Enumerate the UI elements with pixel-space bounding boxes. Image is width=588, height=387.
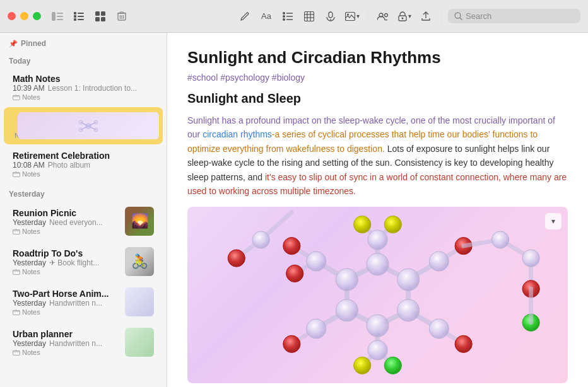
note-thumbnail-sunlight [18,112,159,139]
svg-rect-26 [305,11,314,21]
lock-icon[interactable]: ▾ [396,8,413,25]
note-meta: Yesterday Handwritten n... [13,299,120,308]
delete-icon[interactable] [114,9,129,24]
note-meta: Yesterday ✈ Book flight... [13,258,120,267]
titlebar: Aa [0,0,588,33]
svg-rect-0 [52,12,56,21]
note-body-paragraph: Sunlight has a profound impact on the sl… [187,113,568,198]
collaborate-icon[interactable] [374,8,392,25]
svg-point-96 [384,216,401,233]
svg-point-87 [429,319,449,338]
yesterday-header: Yesterday [0,183,167,201]
note-item-horse[interactable]: Two-Part Horse Anim... Yesterday Handwri… [4,282,163,321]
note-folder: Notes [13,308,120,316]
separator-2 [441,10,442,23]
note-folder: Notes [13,268,120,275]
svg-point-90 [283,238,300,255]
note-folder: Notes [13,93,154,101]
note-text-retirement: Retirement Celebration 10:08 AM Photo al… [13,151,154,178]
content-area: Sunlight and Circadian Rhythms #school #… [167,33,588,387]
font-icon[interactable]: Aa [257,8,275,25]
svg-point-78 [336,269,358,291]
note-main-title: Sunlight and Circadian Rhythms [187,48,568,67]
svg-point-80 [397,269,420,291]
list-view-icon[interactable] [71,9,86,24]
note-item-roadtrip[interactable]: Roadtrip To Do's Yesterday ✈ Book flight… [4,242,163,281]
sidebar: 📌 Pinned Today Math Notes 10:39 AM Lesso… [0,33,167,387]
checklist-icon[interactable] [279,8,297,25]
svg-point-88 [368,340,387,360]
svg-point-94 [283,336,300,353]
svg-point-22 [283,15,285,18]
note-item-reunion[interactable]: Reunion Picnic Yesterday Need everyon...… [4,202,163,241]
svg-point-34 [347,13,349,15]
note-item-urban[interactable]: Urban planner Yesterday Handwritten n...… [4,323,163,362]
expand-chevron[interactable]: ▾ [545,213,562,229]
search-input[interactable] [466,11,573,21]
tags-line: #school #psychology #biology [187,72,568,83]
svg-rect-8 [74,18,76,21]
today-header: Today [0,50,167,68]
search-bar[interactable] [448,9,580,23]
note-text-roadtrip: Roadtrip To Do's Yesterday ✈ Book flight… [13,248,120,275]
svg-rect-5 [78,13,84,14]
svg-point-39 [455,13,461,18]
sidebar-toggle-icon[interactable] [50,9,65,24]
compose-icon[interactable] [236,8,254,25]
table-icon[interactable] [300,8,318,25]
svg-point-36 [385,13,388,16]
svg-point-107 [252,231,269,248]
content-body[interactable]: Sunlight and Circadian Rhythms #school #… [167,33,588,387]
grid-view-icon[interactable] [93,9,108,24]
molecule-svg [187,210,568,380]
pinned-header: 📌 Pinned [0,33,167,50]
maximize-button[interactable] [33,12,41,20]
main-layout: 📌 Pinned Today Math Notes 10:39 AM Lesso… [0,33,588,387]
note-title: Retirement Celebration [13,151,154,161]
svg-point-93 [455,336,472,353]
pin-icon: 📌 [9,40,18,48]
audio-icon[interactable] [322,8,339,25]
svg-point-97 [354,357,371,374]
note-thumbnail-reunion: 🌄 [125,207,154,236]
note-meta: 10:08 AM Photo album [13,161,154,170]
titlebar-right-icons: Aa [236,8,580,25]
svg-rect-12 [95,17,100,21]
search-icon [454,12,462,20]
note-title: Roadtrip To Do's [13,248,120,258]
svg-point-24 [283,18,285,21]
titlebar-left-icons [50,9,129,24]
note-title: Math Notes [13,74,154,84]
note-title: Two-Part Horse Anim... [13,289,120,299]
note-thumbnail-horse [125,287,154,316]
svg-point-102 [491,231,509,248]
svg-rect-31 [329,12,332,18]
svg-point-85 [368,230,387,250]
svg-point-82 [367,315,389,337]
note-item-retirement[interactable]: Retirement Celebration 10:08 AM Photo al… [4,146,163,183]
svg-point-20 [283,12,285,14]
note-text-math: Math Notes 10:39 AM Lesson 1: Introducti… [13,74,154,101]
window-controls [8,12,41,20]
separator-1 [367,10,368,23]
svg-rect-4 [74,12,76,14]
note-folder: Notes [13,349,120,356]
close-button[interactable] [8,12,16,20]
svg-point-98 [384,357,401,374]
note-meta: 10:39 AM Lesson 1: Introduction to... [13,84,154,93]
svg-rect-3 [57,19,63,20]
svg-rect-13 [101,17,105,21]
svg-rect-1 [57,13,63,14]
media-icon[interactable]: ▾ [343,8,361,25]
svg-point-86 [429,251,449,271]
svg-rect-7 [78,16,84,17]
svg-rect-10 [95,11,100,16]
svg-point-103 [522,250,539,267]
svg-point-79 [367,253,389,275]
note-item-sunlight[interactable]: Sunlight and Circulia... 10:35 AM #schoo… [4,107,163,144]
share-icon[interactable] [417,8,435,25]
note-thumbnail-roadtrip: 🚴 [125,247,154,276]
svg-rect-9 [78,19,84,20]
note-item-math-notes[interactable]: Math Notes 10:39 AM Lesson 1: Introducti… [4,69,163,106]
minimize-button[interactable] [20,12,28,20]
